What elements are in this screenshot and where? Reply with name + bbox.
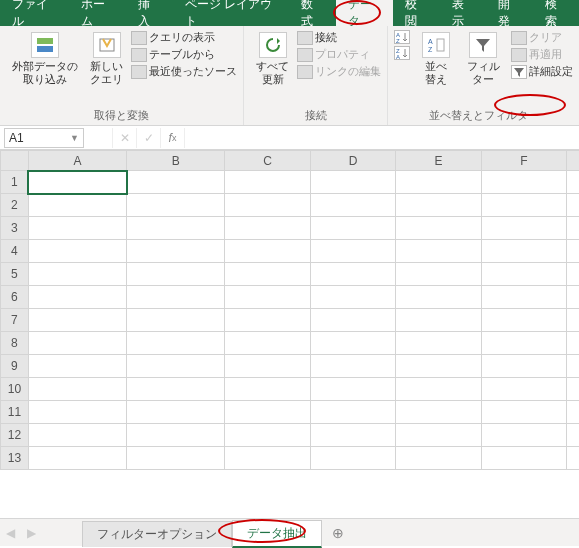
row-header-5[interactable]: 5 xyxy=(1,263,29,286)
cell[interactable] xyxy=(310,217,395,240)
sort-desc-button[interactable]: ZA xyxy=(394,46,410,60)
from-table-button[interactable]: テーブルから xyxy=(131,47,237,62)
cell[interactable] xyxy=(310,171,395,194)
row-header-7[interactable]: 7 xyxy=(1,309,29,332)
cell[interactable] xyxy=(481,240,566,263)
cell[interactable] xyxy=(127,309,225,332)
cell[interactable] xyxy=(127,332,225,355)
tab-data[interactable]: データ xyxy=(336,0,394,26)
col-header-C[interactable]: C xyxy=(225,151,310,171)
cell[interactable] xyxy=(225,194,310,217)
cell[interactable] xyxy=(28,240,126,263)
cell[interactable] xyxy=(396,240,481,263)
col-header-F[interactable]: F xyxy=(481,151,566,171)
tab-developer[interactable]: 開発 xyxy=(486,0,532,26)
cell[interactable] xyxy=(127,194,225,217)
cell[interactable] xyxy=(28,309,126,332)
row-header-13[interactable]: 13 xyxy=(1,447,29,470)
cell[interactable] xyxy=(28,355,126,378)
cell[interactable] xyxy=(310,194,395,217)
row-header-4[interactable]: 4 xyxy=(1,240,29,263)
cell[interactable] xyxy=(310,378,395,401)
refresh-all-button[interactable]: すべて 更新 xyxy=(250,30,295,88)
cell[interactable] xyxy=(567,194,579,217)
tab-pagelayout[interactable]: ページ レイアウト xyxy=(173,0,290,26)
row-header-2[interactable]: 2 xyxy=(1,194,29,217)
row-header-6[interactable]: 6 xyxy=(1,286,29,309)
sort-button[interactable]: AZ 並べ替え xyxy=(414,30,458,88)
select-all-corner[interactable] xyxy=(1,151,29,171)
row-header-11[interactable]: 11 xyxy=(1,401,29,424)
cell[interactable] xyxy=(396,309,481,332)
row-header-10[interactable]: 10 xyxy=(1,378,29,401)
cell[interactable] xyxy=(567,217,579,240)
cell[interactable] xyxy=(396,424,481,447)
cell[interactable] xyxy=(396,447,481,470)
cell[interactable] xyxy=(396,401,481,424)
cell[interactable] xyxy=(567,424,579,447)
cell[interactable] xyxy=(225,263,310,286)
cell[interactable] xyxy=(127,424,225,447)
cell[interactable] xyxy=(567,171,579,194)
cell[interactable] xyxy=(481,447,566,470)
cell[interactable] xyxy=(310,401,395,424)
row-header-8[interactable]: 8 xyxy=(1,332,29,355)
sheet-tab-filter-option[interactable]: フィルターオプション xyxy=(82,521,232,547)
external-data-button[interactable]: 外部データの 取り込み xyxy=(6,30,84,88)
cell[interactable] xyxy=(28,171,126,194)
cell[interactable] xyxy=(567,332,579,355)
reapply-button[interactable]: 再適用 xyxy=(511,47,573,62)
cell[interactable] xyxy=(567,355,579,378)
tab-review[interactable]: 校閲 xyxy=(393,0,439,26)
edit-links-button[interactable]: リンクの編集 xyxy=(297,64,381,79)
fx-icon[interactable]: fx xyxy=(160,128,184,148)
cell[interactable] xyxy=(567,286,579,309)
cell[interactable] xyxy=(310,240,395,263)
sheet-nav-prev-icon[interactable]: ◀ xyxy=(0,526,21,540)
tab-home[interactable]: ホーム xyxy=(69,0,127,26)
cell[interactable] xyxy=(225,355,310,378)
cell[interactable] xyxy=(127,355,225,378)
cell[interactable] xyxy=(127,447,225,470)
cell[interactable] xyxy=(567,447,579,470)
cell[interactable] xyxy=(567,240,579,263)
cell[interactable] xyxy=(481,309,566,332)
row-header-9[interactable]: 9 xyxy=(1,355,29,378)
cell[interactable] xyxy=(28,378,126,401)
cell[interactable] xyxy=(396,171,481,194)
cell[interactable] xyxy=(28,217,126,240)
cell[interactable] xyxy=(396,194,481,217)
connections-button[interactable]: 接続 xyxy=(297,30,381,45)
col-header-D[interactable]: D xyxy=(310,151,395,171)
cell[interactable] xyxy=(225,424,310,447)
sort-asc-button[interactable]: AZ xyxy=(394,30,410,44)
cell[interactable] xyxy=(481,263,566,286)
cell[interactable] xyxy=(310,332,395,355)
cell[interactable] xyxy=(396,355,481,378)
cell[interactable] xyxy=(567,378,579,401)
formula-input[interactable] xyxy=(184,128,579,148)
cell[interactable] xyxy=(396,378,481,401)
cell[interactable] xyxy=(127,217,225,240)
name-box[interactable]: A1 ▼ xyxy=(4,128,84,148)
cell[interactable] xyxy=(396,217,481,240)
cell[interactable] xyxy=(28,194,126,217)
col-header-B[interactable]: B xyxy=(127,151,225,171)
tab-search[interactable]: 検索 xyxy=(533,0,579,26)
cell[interactable] xyxy=(481,378,566,401)
cell[interactable] xyxy=(225,240,310,263)
cell[interactable] xyxy=(481,332,566,355)
cell[interactable] xyxy=(396,286,481,309)
cell[interactable] xyxy=(567,401,579,424)
cell[interactable] xyxy=(396,263,481,286)
sheet-nav-next-icon[interactable]: ▶ xyxy=(21,526,42,540)
cell[interactable] xyxy=(310,286,395,309)
cell[interactable] xyxy=(225,447,310,470)
cell[interactable] xyxy=(310,355,395,378)
cell[interactable] xyxy=(225,378,310,401)
cell[interactable] xyxy=(28,286,126,309)
tab-file[interactable]: ファイル xyxy=(0,0,69,26)
cell[interactable] xyxy=(567,309,579,332)
cell[interactable] xyxy=(310,447,395,470)
tab-formulas[interactable]: 数式 xyxy=(289,0,335,26)
